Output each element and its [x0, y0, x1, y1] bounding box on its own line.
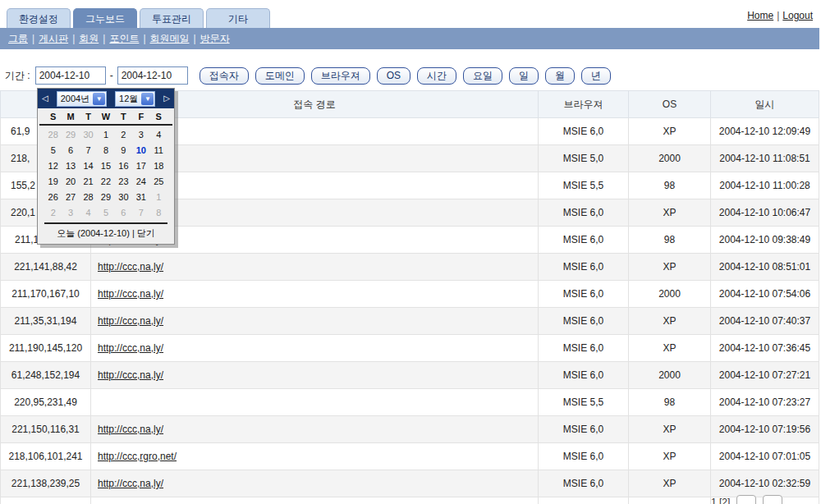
calendar-day[interactable]: 30	[115, 190, 132, 205]
calendar-day[interactable]: 1	[150, 190, 167, 205]
calendar-day[interactable]: 3	[132, 127, 149, 143]
submenu-link-1[interactable]: 그룹	[8, 33, 28, 44]
top-links-separator: |	[773, 10, 782, 21]
filter-button-6[interactable]: 요일	[463, 67, 502, 85]
calendar-day[interactable]: 15	[97, 158, 114, 174]
calendar-day[interactable]: 10	[132, 143, 149, 158]
calendar-day[interactable]: 12	[44, 158, 62, 174]
ip-cell: 218,106,101,241	[1, 443, 91, 470]
path-link[interactable]: http://ccc,rgro,net/	[98, 451, 177, 462]
calendar-day[interactable]: 21	[80, 174, 97, 190]
calendar-day[interactable]: 30	[80, 127, 97, 143]
tab-etc[interactable]: 기타	[206, 8, 270, 28]
date-to-input[interactable]	[117, 66, 188, 85]
filter-button-4[interactable]: OS	[377, 67, 410, 85]
calendar-day[interactable]: 8	[150, 205, 167, 221]
calendar-day[interactable]: 5	[44, 143, 62, 158]
filter-button-9[interactable]: 년	[581, 67, 611, 85]
year-select[interactable]: 2004년 ▼	[57, 91, 107, 107]
home-link[interactable]: Home	[747, 10, 773, 21]
ip-cell: 211,190,145,120	[1, 335, 91, 362]
filter-button-1[interactable]: 접속자	[200, 67, 249, 85]
calendar-day[interactable]: 25	[150, 174, 167, 190]
filter-button-8[interactable]: 월	[545, 67, 575, 85]
calendar-day[interactable]: 6	[115, 205, 132, 221]
calendar-day[interactable]: 6	[62, 143, 79, 158]
browser-cell: MSIE 5,0	[539, 145, 629, 172]
filter-button-2[interactable]: 도메인	[255, 67, 305, 85]
calendar-day[interactable]: 23	[115, 174, 132, 190]
os-cell: 98	[629, 389, 711, 416]
calendar-day[interactable]: 16	[115, 158, 132, 174]
path-link[interactable]: http://ccc,na,ly/	[98, 288, 163, 300]
browser-cell: MSIE 5,5	[539, 172, 629, 199]
tab-vote[interactable]: 투표관리	[140, 8, 204, 28]
browser-header: 브라우져	[539, 91, 629, 118]
ip-cell: 220,95,231,49	[1, 389, 91, 416]
ip-cell: 211,223,190,98	[1, 497, 91, 504]
submenu-link-5[interactable]: 회원메일	[150, 33, 190, 44]
calendar-day[interactable]: 13	[62, 158, 79, 174]
browser-cell: MSIE 6,0	[539, 497, 629, 504]
os-cell: 98	[629, 172, 711, 199]
calendar-day[interactable]: 24	[132, 174, 149, 190]
os-cell: 2000	[629, 362, 711, 389]
prev-month-icon[interactable]: ◁	[42, 89, 48, 108]
calendar-day[interactable]: 14	[80, 158, 97, 174]
path-link[interactable]: http://ccc,na,ly/	[98, 424, 163, 435]
calendar-day[interactable]: 28	[80, 190, 97, 205]
calendar-day[interactable]: 29	[97, 190, 114, 205]
calendar-day[interactable]: 27	[62, 190, 79, 205]
date-from-input[interactable]	[35, 66, 106, 85]
browser-cell: MSIE 6,0	[539, 335, 629, 362]
pagination-button[interactable]	[736, 495, 756, 504]
calendar-day[interactable]: 2	[44, 205, 62, 221]
calendar-day[interactable]: 1	[97, 127, 114, 143]
calendar-day[interactable]: 2	[115, 127, 132, 143]
logout-link[interactable]: Logout	[782, 10, 813, 21]
submenu-link-4[interactable]: 포인트	[109, 33, 139, 44]
calendar-day[interactable]: 17	[132, 158, 149, 174]
filter-button-7[interactable]: 일	[509, 67, 539, 85]
next-month-icon[interactable]: ▷	[163, 89, 170, 108]
tab-settings[interactable]: 환경설정	[7, 8, 71, 28]
filter-button-3[interactable]: 브라우져	[311, 67, 370, 85]
calendar-day[interactable]: 20	[62, 174, 79, 190]
calendar-day[interactable]: 5	[97, 205, 114, 221]
path-link[interactable]: http://ccc,na,ly/	[98, 369, 163, 381]
ip-cell: 221,141,88,42	[1, 254, 91, 281]
datetime-cell: 2004-12-10 10:06:47	[711, 199, 819, 227]
calendar-day[interactable]: 28	[44, 127, 62, 143]
pagination-button[interactable]	[763, 495, 782, 504]
calendar-day[interactable]: 4	[80, 205, 97, 221]
path-link[interactable]: http://ccc,na,ly/	[98, 478, 163, 489]
calendar-day[interactable]: 31	[132, 190, 149, 205]
submenu-link-6[interactable]: 방문자	[200, 33, 230, 44]
calendar-day[interactable]: 9	[115, 143, 132, 158]
calendar-day[interactable]: 4	[150, 127, 167, 143]
month-select[interactable]: 12월 ▼	[115, 91, 155, 107]
path-link[interactable]: http://ccc,na,ly/	[98, 342, 163, 354]
calendar-day[interactable]: 18	[150, 158, 167, 174]
path-link[interactable]: http://ccc,na,ly/	[98, 315, 163, 327]
calendar-close-link[interactable]: 닫기	[137, 228, 155, 238]
submenu-link-3[interactable]: 회원	[79, 33, 99, 44]
calendar-day[interactable]: 29	[62, 127, 79, 143]
pagination-text[interactable]: 1 [2]	[711, 497, 730, 504]
calendar-day[interactable]: 3	[62, 205, 79, 221]
calendar-day[interactable]: 7	[80, 143, 97, 158]
filter-button-5[interactable]: 시간	[417, 67, 456, 85]
tab-gnuboard[interactable]: 그누보드	[73, 8, 137, 28]
calendar-day[interactable]: 11	[150, 143, 167, 158]
browser-cell: MSIE 6,0	[539, 470, 629, 497]
calendar-today-link[interactable]: 오늘 (2004-12-10)	[57, 228, 130, 238]
submenu-link-2[interactable]: 게시판	[39, 33, 68, 44]
calendar-day[interactable]: 7	[132, 205, 149, 221]
path-cell: http://ccc,na,ly/	[91, 281, 539, 308]
path-link[interactable]: http://ccc,na,ly/	[98, 261, 163, 273]
calendar-day[interactable]: 26	[44, 190, 62, 205]
calendar-day[interactable]: 19	[44, 174, 62, 190]
calendar-day[interactable]: 22	[97, 174, 114, 190]
datetime-cell: 2004-12-10 11:00:28	[711, 172, 819, 199]
calendar-day[interactable]: 8	[97, 143, 114, 158]
